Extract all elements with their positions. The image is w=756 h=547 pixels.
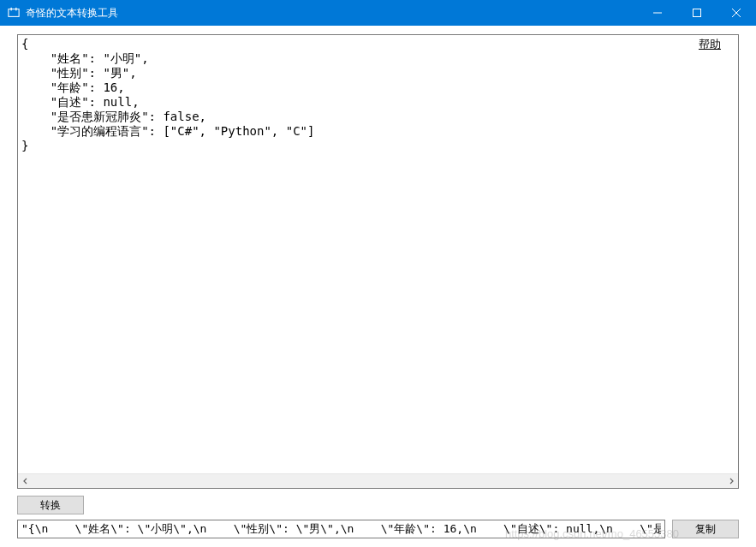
close-button[interactable]: [717, 0, 756, 26]
convert-button[interactable]: 转换: [17, 496, 84, 514]
input-textarea[interactable]: [18, 35, 738, 473]
output-row: 复制: [17, 520, 739, 538]
help-link[interactable]: 帮助: [699, 37, 721, 52]
scroll-track[interactable]: [33, 474, 723, 488]
svg-rect-0: [9, 9, 19, 17]
convert-row: 转换: [17, 496, 739, 514]
client-area: 帮助 转换 复制: [0, 26, 756, 547]
scroll-left-arrow[interactable]: [18, 474, 33, 489]
svg-rect-1: [11, 8, 12, 11]
titlebar: 奇怪的文本转换工具: [0, 0, 756, 26]
scroll-right-arrow[interactable]: [723, 474, 738, 489]
svg-rect-2: [15, 8, 16, 11]
horizontal-scrollbar[interactable]: [18, 473, 738, 488]
svg-rect-4: [693, 9, 701, 17]
copy-button[interactable]: 复制: [672, 520, 739, 538]
minimize-button[interactable]: [638, 0, 677, 26]
window-controls: [638, 0, 756, 26]
output-input[interactable]: [17, 520, 665, 538]
main-textarea-container: 帮助: [17, 34, 739, 489]
app-icon: [7, 6, 21, 20]
window-title: 奇怪的文本转换工具: [26, 6, 638, 21]
maximize-button[interactable]: [677, 0, 717, 26]
